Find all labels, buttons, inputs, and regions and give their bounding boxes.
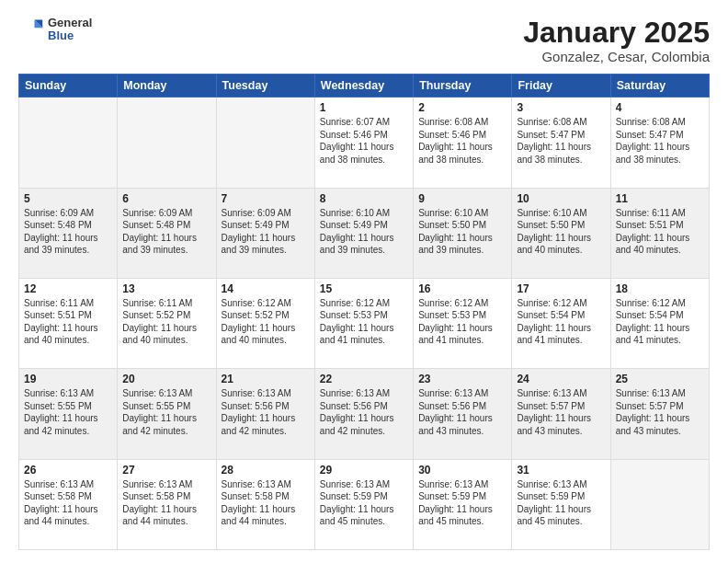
- header-cell-friday: Friday: [512, 75, 610, 98]
- day-number: 24: [517, 373, 605, 385]
- day-number: 21: [222, 373, 310, 385]
- day-cell: 29Sunrise: 6:13 AM Sunset: 5:59 PM Dayli…: [314, 459, 413, 549]
- day-number: 5: [24, 192, 112, 205]
- day-info: Sunrise: 6:13 AM Sunset: 5:56 PM Dayligh…: [418, 387, 506, 437]
- week-row-4: 19Sunrise: 6:13 AM Sunset: 5:55 PM Dayli…: [19, 369, 710, 459]
- day-info: Sunrise: 6:13 AM Sunset: 5:55 PM Dayligh…: [24, 387, 112, 437]
- day-info: Sunrise: 6:12 AM Sunset: 5:53 PM Dayligh…: [320, 297, 408, 347]
- day-number: 14: [222, 282, 310, 295]
- day-cell: 19Sunrise: 6:13 AM Sunset: 5:55 PM Dayli…: [19, 369, 118, 459]
- day-cell: 5Sunrise: 6:09 AM Sunset: 5:48 PM Daylig…: [19, 188, 118, 278]
- day-cell: 4Sunrise: 6:08 AM Sunset: 5:47 PM Daylig…: [610, 98, 709, 188]
- day-cell: 31Sunrise: 6:13 AM Sunset: 5:59 PM Dayli…: [512, 459, 610, 549]
- week-row-2: 5Sunrise: 6:09 AM Sunset: 5:48 PM Daylig…: [19, 188, 710, 278]
- day-info: Sunrise: 6:10 AM Sunset: 5:50 PM Dayligh…: [418, 207, 506, 257]
- week-row-5: 26Sunrise: 6:13 AM Sunset: 5:58 PM Dayli…: [19, 459, 710, 549]
- day-cell: 26Sunrise: 6:13 AM Sunset: 5:58 PM Dayli…: [19, 459, 118, 549]
- calendar-page: General Blue January 2025 Gonzalez, Cesa…: [0, 0, 728, 563]
- day-cell: [216, 98, 314, 188]
- day-number: 17: [517, 282, 605, 295]
- day-cell: 7Sunrise: 6:09 AM Sunset: 5:49 PM Daylig…: [216, 188, 314, 278]
- day-cell: 13Sunrise: 6:11 AM Sunset: 5:52 PM Dayli…: [118, 278, 216, 368]
- day-cell: 27Sunrise: 6:13 AM Sunset: 5:58 PM Dayli…: [118, 459, 216, 549]
- day-info: Sunrise: 6:13 AM Sunset: 5:58 PM Dayligh…: [122, 478, 210, 528]
- day-info: Sunrise: 6:13 AM Sunset: 5:55 PM Dayligh…: [122, 387, 210, 437]
- day-number: 18: [616, 282, 704, 295]
- day-info: Sunrise: 6:11 AM Sunset: 5:52 PM Dayligh…: [122, 297, 210, 347]
- day-info: Sunrise: 6:07 AM Sunset: 5:46 PM Dayligh…: [320, 116, 408, 166]
- day-info: Sunrise: 6:11 AM Sunset: 5:51 PM Dayligh…: [24, 297, 112, 347]
- day-number: 16: [418, 282, 506, 295]
- day-info: Sunrise: 6:12 AM Sunset: 5:54 PM Dayligh…: [517, 297, 605, 347]
- day-info: Sunrise: 6:08 AM Sunset: 5:47 PM Dayligh…: [616, 116, 704, 166]
- day-number: 25: [616, 373, 704, 385]
- logo-blue: Blue: [48, 29, 92, 42]
- day-cell: 23Sunrise: 6:13 AM Sunset: 5:56 PM Dayli…: [414, 369, 512, 459]
- day-cell: 21Sunrise: 6:13 AM Sunset: 5:56 PM Dayli…: [216, 369, 314, 459]
- day-number: 28: [222, 464, 310, 477]
- header-cell-tuesday: Tuesday: [216, 75, 314, 98]
- day-cell: 10Sunrise: 6:10 AM Sunset: 5:50 PM Dayli…: [512, 188, 610, 278]
- top-section: General Blue January 2025 Gonzalez, Cesa…: [18, 17, 710, 64]
- logo-icon: [18, 17, 44, 42]
- day-number: 31: [517, 464, 605, 477]
- day-info: Sunrise: 6:09 AM Sunset: 5:48 PM Dayligh…: [24, 207, 112, 257]
- day-cell: 1Sunrise: 6:07 AM Sunset: 5:46 PM Daylig…: [314, 98, 413, 188]
- day-cell: 12Sunrise: 6:11 AM Sunset: 5:51 PM Dayli…: [19, 278, 118, 368]
- day-info: Sunrise: 6:10 AM Sunset: 5:49 PM Dayligh…: [320, 207, 408, 257]
- day-info: Sunrise: 6:08 AM Sunset: 5:46 PM Dayligh…: [418, 116, 506, 166]
- day-number: 13: [122, 282, 210, 295]
- week-row-3: 12Sunrise: 6:11 AM Sunset: 5:51 PM Dayli…: [19, 278, 710, 368]
- header-cell-sunday: Sunday: [19, 75, 118, 98]
- day-info: Sunrise: 6:13 AM Sunset: 5:56 PM Dayligh…: [320, 387, 408, 437]
- header-cell-monday: Monday: [118, 75, 216, 98]
- day-number: 27: [122, 464, 210, 477]
- day-info: Sunrise: 6:13 AM Sunset: 5:59 PM Dayligh…: [517, 478, 605, 528]
- day-info: Sunrise: 6:13 AM Sunset: 5:57 PM Dayligh…: [616, 387, 704, 437]
- day-cell: 28Sunrise: 6:13 AM Sunset: 5:58 PM Dayli…: [216, 459, 314, 549]
- day-info: Sunrise: 6:13 AM Sunset: 5:57 PM Dayligh…: [517, 387, 605, 437]
- header-cell-saturday: Saturday: [610, 75, 709, 98]
- day-cell: 11Sunrise: 6:11 AM Sunset: 5:51 PM Dayli…: [610, 188, 709, 278]
- day-info: Sunrise: 6:12 AM Sunset: 5:52 PM Dayligh…: [222, 297, 310, 347]
- day-number: 3: [517, 101, 605, 114]
- day-number: 12: [24, 282, 112, 295]
- day-number: 29: [320, 464, 408, 477]
- day-number: 2: [418, 101, 506, 114]
- day-cell: 2Sunrise: 6:08 AM Sunset: 5:46 PM Daylig…: [414, 98, 512, 188]
- day-info: Sunrise: 6:10 AM Sunset: 5:50 PM Dayligh…: [517, 207, 605, 257]
- week-row-1: 1Sunrise: 6:07 AM Sunset: 5:46 PM Daylig…: [19, 98, 710, 188]
- logo-text: General Blue: [48, 17, 92, 43]
- day-cell: 16Sunrise: 6:12 AM Sunset: 5:53 PM Dayli…: [414, 278, 512, 368]
- day-info: Sunrise: 6:13 AM Sunset: 5:58 PM Dayligh…: [222, 478, 310, 528]
- logo-general: General: [48, 17, 92, 29]
- day-info: Sunrise: 6:13 AM Sunset: 5:59 PM Dayligh…: [320, 478, 408, 528]
- day-info: Sunrise: 6:12 AM Sunset: 5:54 PM Dayligh…: [616, 297, 704, 347]
- day-number: 1: [320, 101, 408, 114]
- day-number: 20: [122, 373, 210, 385]
- title-section: January 2025 Gonzalez, Cesar, Colombia: [523, 17, 710, 64]
- day-cell: 6Sunrise: 6:09 AM Sunset: 5:48 PM Daylig…: [118, 188, 216, 278]
- day-number: 11: [616, 192, 704, 205]
- day-cell: 30Sunrise: 6:13 AM Sunset: 5:59 PM Dayli…: [414, 459, 512, 549]
- header-cell-thursday: Thursday: [414, 75, 512, 98]
- day-number: 4: [616, 101, 704, 114]
- day-info: Sunrise: 6:13 AM Sunset: 5:58 PM Dayligh…: [24, 478, 112, 528]
- day-number: 26: [24, 464, 112, 477]
- calendar-table: SundayMondayTuesdayWednesdayThursdayFrid…: [18, 74, 710, 550]
- day-number: 9: [418, 192, 506, 205]
- day-number: 6: [122, 192, 210, 205]
- day-cell: [118, 98, 216, 188]
- day-cell: 8Sunrise: 6:10 AM Sunset: 5:49 PM Daylig…: [314, 188, 413, 278]
- day-info: Sunrise: 6:08 AM Sunset: 5:47 PM Dayligh…: [517, 116, 605, 166]
- day-cell: 3Sunrise: 6:08 AM Sunset: 5:47 PM Daylig…: [512, 98, 610, 188]
- day-info: Sunrise: 6:09 AM Sunset: 5:49 PM Dayligh…: [222, 207, 310, 257]
- day-cell: [610, 459, 709, 549]
- day-number: 22: [320, 373, 408, 385]
- day-cell: 15Sunrise: 6:12 AM Sunset: 5:53 PM Dayli…: [314, 278, 413, 368]
- day-number: 15: [320, 282, 408, 295]
- day-cell: 18Sunrise: 6:12 AM Sunset: 5:54 PM Dayli…: [610, 278, 709, 368]
- calendar-subtitle: Gonzalez, Cesar, Colombia: [523, 49, 710, 64]
- header-cell-wednesday: Wednesday: [314, 75, 413, 98]
- day-number: 30: [418, 464, 506, 477]
